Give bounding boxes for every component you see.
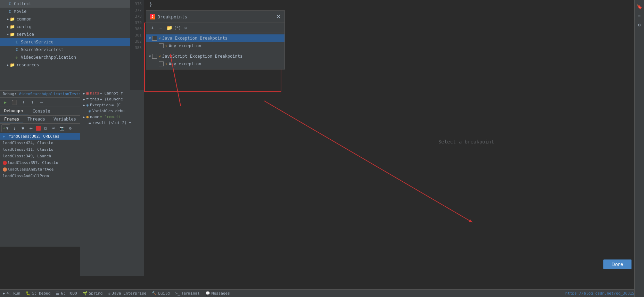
- debug-icon: 🐛: [26, 291, 31, 296]
- line-num: 380: [130, 26, 144, 32]
- tab-console[interactable]: Console: [28, 107, 55, 115]
- js-exception-section: ▼ ⚡ JavaScript Exception Breakpoints ⚡ A…: [146, 51, 284, 69]
- folder-icon: 📁: [9, 24, 15, 30]
- structure-btn[interactable]: ≡: [636, 12, 643, 19]
- todo-tab[interactable]: ☰ 6: TODO: [56, 291, 77, 296]
- sub-tab-variables[interactable]: Variables: [49, 116, 80, 123]
- sub-tab-frames[interactable]: Frames: [0, 116, 23, 123]
- lightning-icon: ⚡: [158, 36, 161, 41]
- orange-dot-icon: [3, 167, 7, 172]
- lightning-icon: ⚡: [165, 62, 167, 66]
- sidebar-item-searchservicetest[interactable]: C SearchServiceTest: [0, 46, 144, 53]
- bp-checkbox[interactable]: [152, 36, 157, 41]
- run-to-cursor-btn[interactable]: ⟶: [38, 98, 45, 106]
- debug-tab[interactable]: 🐛 5: Debug: [26, 291, 50, 296]
- messages-tab[interactable]: 💬 Messages: [205, 291, 230, 296]
- java-any-exception-row[interactable]: ⚡ Any exception: [146, 42, 284, 50]
- sidebar-item-collect[interactable]: C Collect: [0, 0, 144, 8]
- var-type-icon: ■: [86, 91, 89, 96]
- expand-icon: ▶: [7, 17, 9, 21]
- sidebar-item-videosearchapplication[interactable]: ⚙ VideoSearchApplication: [0, 53, 144, 61]
- terminal-icon: >_: [175, 291, 180, 296]
- variables-panel: ▶ ■ hits = Cannot f ▶ ≡ this = {Launche …: [80, 90, 144, 276]
- step-into-btn[interactable]: ⬇: [19, 98, 27, 106]
- var-item-this[interactable]: ▶ ≡ this = {Launche: [80, 96, 144, 102]
- frames-list: ▶ findClass:382, URLClas loadClass:424, …: [0, 133, 80, 196]
- add-btn[interactable]: +: [27, 125, 34, 132]
- screenshot-btn[interactable]: 📷: [58, 124, 66, 132]
- step-out-btn[interactable]: ⬆: [28, 98, 36, 106]
- copy-btn[interactable]: ⧉: [41, 124, 49, 132]
- java-enterprise-tab[interactable]: ☕ Java Enterprise: [108, 291, 146, 296]
- red-dot-icon: [3, 161, 7, 165]
- add-breakpoint-btn[interactable]: +: [149, 24, 156, 31]
- java-icon: ☕: [108, 291, 110, 296]
- run-tab[interactable]: ▶ 4: Run: [3, 291, 20, 296]
- settings-side-btn[interactable]: ⚙: [636, 21, 643, 28]
- jetbrains-icon: J: [150, 14, 155, 19]
- popup-header: J Breakpoints ✕: [146, 11, 284, 23]
- frame-item[interactable]: loadClass:357, ClassLo: [0, 159, 80, 166]
- expand-icon: ▶: [7, 63, 9, 67]
- filter-btn[interactable]: ▼: [19, 124, 27, 132]
- expand-icon: ▼: [7, 33, 9, 36]
- line-num: 378: [130, 13, 144, 19]
- filter-check-btn[interactable]: ✓▼: [1, 124, 10, 132]
- sidebar-item-config[interactable]: ▶ 📁 config: [0, 23, 144, 31]
- java-exception-row[interactable]: ▼ ⚡ Java Exception Breakpoints: [146, 34, 284, 42]
- sidebar-item-searchservice[interactable]: C SearchService: [0, 38, 144, 46]
- var-item-result[interactable]: ≡ result (slot_2) =: [80, 120, 144, 126]
- folder-icon: 📁: [9, 16, 15, 22]
- debug-label: Debug:: [3, 92, 17, 96]
- var-item-name[interactable]: ▶ ● name = "com.it: [80, 114, 144, 120]
- status-bar: ▶ 4: Run 🐛 5: Debug ☰ 6: TODO 🌱 Spring ☕…: [0, 289, 644, 297]
- bookmark-btn[interactable]: 🔖: [636, 3, 643, 10]
- js-any-exception-row[interactable]: ⚡ Any exception: [146, 60, 284, 68]
- var-item-variables-debu[interactable]: ◉ Variables debu: [80, 108, 144, 114]
- app-icon: ⚙: [14, 55, 19, 60]
- frame-item[interactable]: loadClass:349, Launch: [0, 153, 80, 159]
- popup-close-button[interactable]: ✕: [276, 13, 281, 20]
- var-type-icon: ●: [86, 115, 89, 119]
- build-tab[interactable]: 🔨 Build: [152, 291, 170, 296]
- toggle-all-btn[interactable]: [*]: [174, 24, 181, 31]
- sidebar-item-movie[interactable]: C Movie: [0, 8, 144, 15]
- sidebar-item-service[interactable]: ▼ 📁 service: [0, 31, 144, 38]
- expand-icon: ▶: [83, 98, 85, 101]
- frame-item[interactable]: ▶ findClass:382, URLClas: [0, 133, 80, 140]
- step-down-btn[interactable]: ↓: [11, 124, 18, 132]
- run-icon: ▶: [3, 291, 5, 296]
- terminal-tab[interactable]: >_ Terminal: [175, 291, 200, 296]
- var-item-hits[interactable]: ▶ ■ hits = Cannot f: [80, 90, 144, 96]
- sidebar-item-common[interactable]: ▶ 📁 common: [0, 15, 144, 23]
- url-display[interactable]: https://blog.csdn.net/qq_30815632: [565, 291, 641, 296]
- target-btn[interactable]: ⊙: [182, 24, 189, 31]
- frame-item[interactable]: loadClass:424, ClassLo: [0, 140, 80, 146]
- toggle-btn[interactable]: ∞: [50, 124, 57, 132]
- expand-icon: ▶: [83, 92, 85, 95]
- frame-item[interactable]: loadClassAndStartAge: [0, 166, 80, 173]
- frame-item[interactable]: loadClassAndCallPrem: [0, 173, 80, 179]
- bp-sub-checkbox[interactable]: [159, 43, 164, 48]
- resume-btn[interactable]: ▶: [1, 98, 9, 106]
- bp-sub-checkbox[interactable]: [159, 61, 164, 66]
- done-button[interactable]: Done: [603, 259, 631, 269]
- spring-tab[interactable]: 🌱 Spring: [83, 291, 103, 296]
- tab-debugger[interactable]: Debugger: [0, 107, 28, 115]
- bp-checkbox[interactable]: [152, 54, 157, 59]
- sub-tab-threads[interactable]: Threads: [23, 116, 49, 123]
- line-num: 376: [130, 1, 144, 7]
- var-item-exception[interactable]: ▶ ◉ Exception = {C: [80, 102, 144, 108]
- sidebar-item-resources[interactable]: ▶ 📁 resources: [0, 61, 144, 69]
- settings-btn[interactable]: ⚙: [66, 124, 74, 132]
- js-exception-row[interactable]: ▼ ⚡ JavaScript Exception Breakpoints: [146, 52, 284, 60]
- line-num: 381: [130, 32, 144, 38]
- frame-item[interactable]: loadClass:411, ClassLo: [0, 146, 80, 153]
- java-exception-section: ▼ ⚡ Java Exception Breakpoints ⚡ Any exc…: [146, 33, 284, 51]
- expand-icon: ▼: [149, 55, 151, 58]
- popup-title-text: Breakpoints: [157, 14, 187, 19]
- line-num: 377: [130, 7, 144, 13]
- open-file-btn[interactable]: 📁: [166, 24, 173, 31]
- remove-breakpoint-btn[interactable]: −: [157, 24, 164, 31]
- step-over-btn[interactable]: ⬛: [10, 98, 18, 106]
